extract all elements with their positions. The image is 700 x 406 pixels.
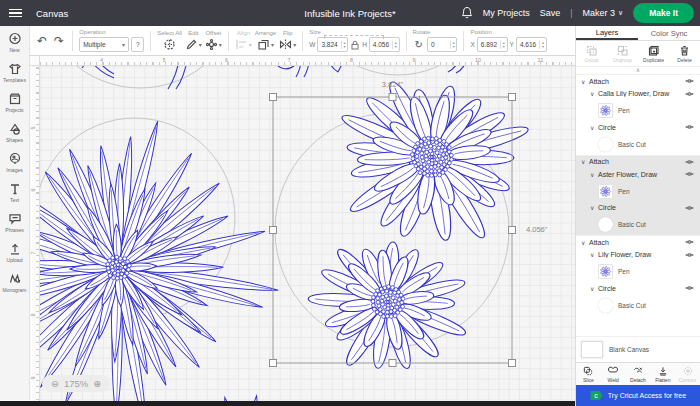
zoom-in-icon[interactable]: ⊕ bbox=[93, 378, 101, 389]
layer-operation-row[interactable]: Pen bbox=[576, 261, 700, 282]
flatten-button[interactable]: Flatten bbox=[650, 363, 675, 385]
layer-operation-row[interactable]: Basic Cut bbox=[576, 214, 700, 235]
undo-icon[interactable]: ↶ bbox=[35, 34, 49, 48]
attach-group-header[interactable]: ∨Attach bbox=[576, 75, 700, 88]
my-projects-link[interactable]: My Projects bbox=[483, 8, 530, 18]
sidebar-item-phrases[interactable]: Phrases bbox=[0, 212, 30, 233]
select-all-button[interactable] bbox=[163, 38, 176, 51]
sidebar-item-shapes[interactable]: Shapes bbox=[0, 122, 30, 143]
chevron-down-icon[interactable]: ∨ bbox=[590, 90, 598, 97]
eye-icon[interactable] bbox=[685, 91, 694, 97]
align-button[interactable]: ▾ bbox=[235, 38, 252, 51]
eye-icon[interactable] bbox=[685, 78, 694, 84]
zoom-control[interactable]: ⊖ 175% ⊕ bbox=[42, 375, 110, 392]
chevron-down-icon[interactable]: ∨ bbox=[581, 78, 589, 85]
layer-row-circle[interactable]: ∨Circle bbox=[576, 121, 700, 134]
save-link[interactable]: Save bbox=[540, 8, 561, 18]
detach-button[interactable]: Detach bbox=[626, 363, 651, 385]
eye-icon[interactable] bbox=[685, 171, 694, 177]
width-field[interactable]: 3.824 ▲▼ bbox=[317, 37, 348, 52]
attach-group-header[interactable]: ∨Attach bbox=[576, 156, 700, 169]
eye-icon[interactable] bbox=[685, 252, 694, 258]
project-title: Infusible Ink Projects* bbox=[304, 8, 395, 19]
offset-button[interactable]: ▾ bbox=[205, 38, 222, 51]
height-stepper[interactable]: ▲▼ bbox=[392, 41, 398, 49]
selection-handle[interactable] bbox=[270, 227, 277, 234]
chevron-down-icon[interactable]: ∨ bbox=[590, 204, 598, 211]
chevron-down-icon[interactable]: ∨ bbox=[581, 239, 589, 246]
design-canvas[interactable]: 3.824"4.056" 4567891011 456789 ⊖ 175% ⊕ bbox=[30, 56, 575, 406]
selection-handle[interactable] bbox=[270, 94, 277, 101]
layer-row-circle[interactable]: ∨Circle bbox=[576, 282, 700, 295]
selection-handle[interactable] bbox=[509, 227, 516, 234]
layer-row-circle[interactable]: ∨Circle bbox=[576, 202, 700, 215]
layer-row-calla-lily-flower-draw[interactable]: ∨Calla Lily Flower, Draw bbox=[576, 88, 700, 101]
cricut-access-banner[interactable]: c Try Cricut Access for free bbox=[576, 385, 700, 406]
scroll-up-icon[interactable]: ∧ bbox=[576, 67, 700, 74]
topbar: Canvas Infusible Ink Projects* My Projec… bbox=[0, 0, 700, 26]
layer-operation-row[interactable]: Basic Cut bbox=[576, 295, 700, 316]
make-it-button[interactable]: Make It bbox=[633, 3, 694, 23]
notifications-bell-icon[interactable] bbox=[461, 6, 473, 20]
duplicate-button[interactable]: Duplicate bbox=[638, 41, 669, 66]
eye-icon[interactable] bbox=[685, 124, 694, 130]
slice-button[interactable]: Slice bbox=[576, 363, 601, 385]
tab-color-sync[interactable]: Color Sync bbox=[638, 26, 700, 40]
chevron-down-icon[interactable]: ∨ bbox=[590, 251, 598, 258]
sidebar-item-images[interactable]: Images bbox=[0, 152, 30, 173]
layer-operation-row[interactable]: Pen bbox=[576, 100, 700, 121]
chevron-down-icon[interactable]: ∨ bbox=[581, 158, 589, 165]
rotate-field[interactable]: 0 ▲▼ bbox=[427, 37, 457, 52]
position-x-stepper[interactable]: ▲▼ bbox=[500, 41, 506, 49]
operation-dropdown[interactable]: Multiple▾ bbox=[79, 37, 129, 52]
rotate-stepper[interactable]: ▲▼ bbox=[450, 41, 456, 49]
flip-button[interactable]: ▾ bbox=[279, 38, 296, 51]
edit-button[interactable]: ▾ bbox=[185, 38, 202, 51]
eye-icon[interactable] bbox=[685, 285, 694, 291]
height-field[interactable]: 4.056 ▲▼ bbox=[369, 37, 400, 52]
position-x-field[interactable]: 6.892 ▲▼ bbox=[477, 37, 508, 52]
sidebar-item-new[interactable]: New bbox=[0, 32, 30, 53]
canvas-label: Canvas bbox=[36, 8, 68, 19]
sidebar-item-text[interactable]: Text bbox=[0, 182, 30, 203]
position-y-field[interactable]: 4.616 ▲▼ bbox=[516, 37, 547, 52]
selection-handle[interactable] bbox=[389, 94, 396, 101]
chevron-down-icon[interactable]: ∨ bbox=[590, 171, 598, 178]
rotate-icon[interactable]: ↻ bbox=[413, 39, 425, 50]
sidebar-item-upload[interactable]: Upload bbox=[0, 242, 30, 263]
pen-thumbnail bbox=[598, 103, 613, 118]
sidebar-item-templates[interactable]: Templates bbox=[0, 62, 30, 83]
canvas-artwork[interactable]: 3.824"4.056" bbox=[30, 56, 575, 406]
slice-icon bbox=[583, 366, 593, 376]
layer-operation-row[interactable]: Basic Cut bbox=[576, 134, 700, 155]
selection-handle[interactable] bbox=[509, 360, 516, 367]
chevron-down-icon[interactable]: ∨ bbox=[590, 124, 598, 131]
chevron-down-icon[interactable]: ∨ bbox=[590, 285, 598, 292]
menu-icon[interactable] bbox=[0, 0, 30, 26]
selection-handle[interactable] bbox=[270, 360, 277, 367]
layer-row-aster-flower-draw[interactable]: ∨Aster Flower, Draw bbox=[576, 168, 700, 181]
sidebar-item-monogram[interactable]: Monogram bbox=[0, 272, 30, 293]
weld-button[interactable]: Weld bbox=[601, 363, 626, 385]
operation-help-button[interactable]: ? bbox=[131, 37, 144, 52]
width-stepper[interactable]: ▲▼ bbox=[341, 41, 347, 49]
layer-row-lily-flower-draw[interactable]: ∨Lily Flower, Draw bbox=[576, 249, 700, 262]
eye-icon[interactable] bbox=[685, 239, 694, 245]
zoom-out-icon[interactable]: ⊖ bbox=[51, 378, 59, 389]
redo-icon[interactable]: ↷ bbox=[52, 34, 66, 48]
selection-handle[interactable] bbox=[509, 94, 516, 101]
attach-group-header[interactable]: ∨Attach bbox=[576, 236, 700, 249]
tab-layers[interactable]: Layers bbox=[576, 26, 638, 40]
eye-icon[interactable] bbox=[685, 205, 694, 211]
arrange-button[interactable]: ▾ bbox=[257, 38, 274, 51]
aspect-lock[interactable] bbox=[350, 40, 360, 50]
selection-handle[interactable] bbox=[389, 360, 396, 367]
delete-button[interactable]: Delete bbox=[669, 41, 700, 66]
position-y-stepper[interactable]: ▲▼ bbox=[539, 41, 545, 49]
layer-operation-row[interactable]: Pen bbox=[576, 181, 700, 202]
new-icon bbox=[8, 32, 22, 46]
sidebar-item-projects[interactable]: Projects bbox=[0, 92, 30, 113]
machine-selector[interactable]: Maker 3∨ bbox=[583, 8, 624, 18]
blank-canvas-layer[interactable]: Blank Canvas bbox=[576, 336, 700, 362]
eye-icon[interactable] bbox=[685, 159, 694, 165]
